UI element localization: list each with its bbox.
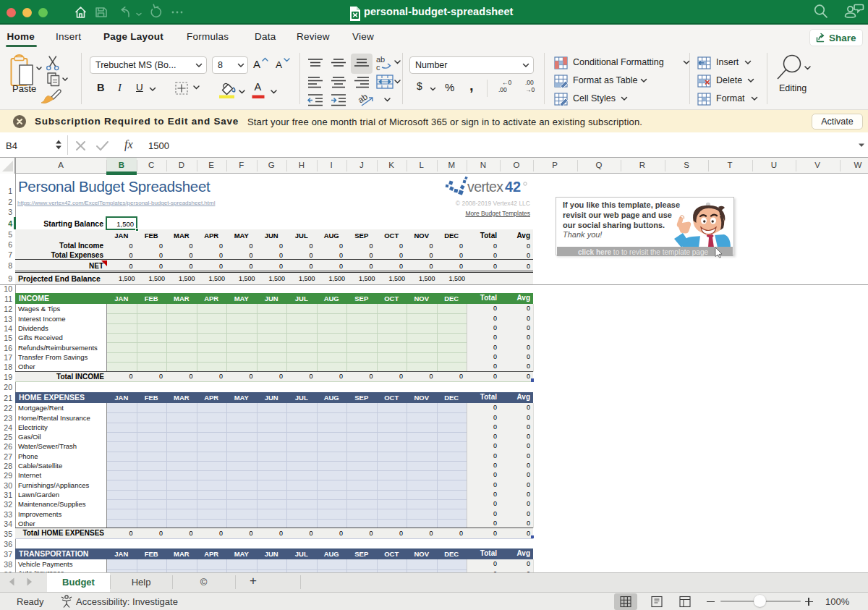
svg-text:.00: .00 [525,79,534,86]
svg-text:vertex: vertex [467,179,503,195]
svg-text:→0: →0 [525,86,535,93]
svg-text:←0: ←0 [502,79,512,86]
svg-text:c: c [376,63,380,72]
svg-text:42: 42 [505,179,521,195]
svg-text:.00: .00 [498,86,507,93]
